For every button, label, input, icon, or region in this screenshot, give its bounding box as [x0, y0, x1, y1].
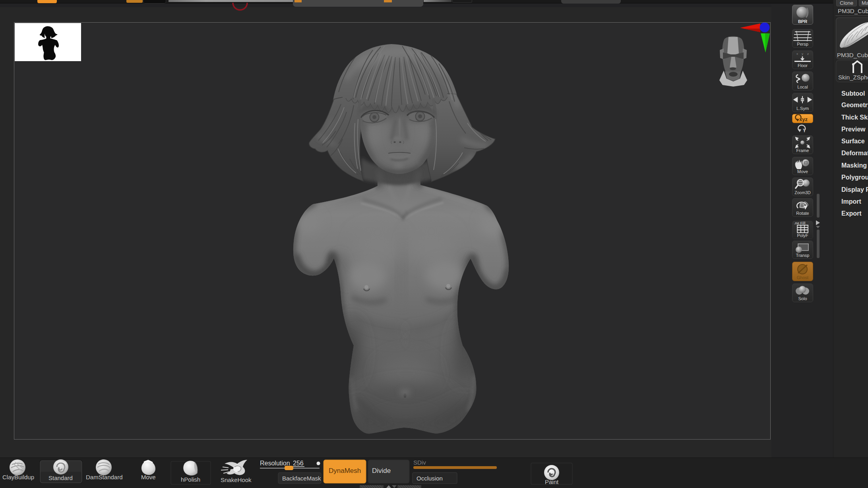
svg-text:Occlusion: Occlusion	[417, 475, 443, 482]
svg-text:BackfaceMask: BackfaceMask	[282, 475, 321, 482]
svg-text:SDiv: SDiv	[413, 459, 426, 466]
svg-text:DynaMesh: DynaMesh	[329, 467, 361, 474]
svg-text:Y: Y	[803, 128, 806, 133]
svg-text:xyz: xyz	[799, 116, 808, 122]
svg-text:x: x	[796, 52, 798, 56]
svg-text:.ne Fill: .ne Fill	[794, 222, 806, 225]
svg-text:Resolution: Resolution	[260, 460, 290, 467]
svg-text:Divide: Divide	[372, 467, 391, 474]
svg-text:y: y	[802, 52, 803, 56]
svg-text:z: z	[807, 52, 809, 56]
svg-text:256: 256	[293, 460, 304, 467]
